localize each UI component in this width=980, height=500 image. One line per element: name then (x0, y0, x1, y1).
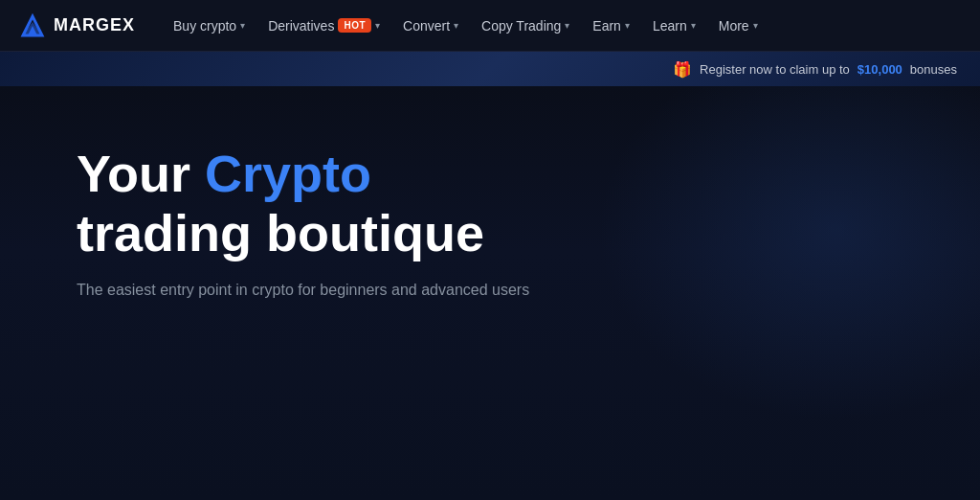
chevron-down-icon: ▾ (625, 20, 630, 31)
hero-title-highlight: Crypto (205, 145, 371, 202)
banner-amount: $10,000 (858, 62, 902, 77)
chevron-down-icon: ▾ (375, 20, 380, 31)
chevron-down-icon: ▾ (565, 20, 569, 31)
hero-section: Your Crypto trading boutique The easiest… (0, 86, 980, 500)
logo-icon (19, 12, 46, 39)
nav-label-convert: Convert (403, 18, 450, 34)
nav-label-derivatives: Derivatives (268, 18, 334, 34)
nav-label-earn: Earn (592, 18, 621, 34)
chevron-down-icon: ▾ (691, 20, 696, 31)
nav-label-buy-crypto: Buy crypto (173, 18, 236, 34)
gift-icon: 🎁 (673, 60, 692, 79)
nav-item-earn[interactable]: Earn ▾ (583, 12, 639, 39)
promo-banner[interactable]: 🎁 Register now to claim up to $10,000 bo… (0, 52, 980, 86)
nav-menu: Buy crypto ▾ Derivatives HOT ▾ Convert ▾… (164, 12, 961, 39)
nav-item-derivatives[interactable]: Derivatives HOT ▾ (258, 12, 390, 39)
hero-title-part2: trading boutique (77, 204, 484, 261)
nav-label-more: More (719, 18, 749, 34)
nav-item-convert[interactable]: Convert ▾ (393, 12, 468, 39)
hero-title: Your Crypto trading boutique (77, 144, 903, 262)
chevron-down-icon: ▾ (753, 20, 758, 31)
hot-badge: HOT (338, 18, 371, 33)
logo[interactable]: MARGEX (19, 12, 135, 39)
nav-item-copy-trading[interactable]: Copy Trading ▾ (472, 12, 579, 39)
nav-item-learn[interactable]: Learn ▾ (643, 12, 705, 39)
banner-bonus: bonuses (910, 62, 957, 77)
nav-item-buy-crypto[interactable]: Buy crypto ▾ (164, 12, 255, 39)
nav-label-learn: Learn (653, 18, 687, 34)
navbar: MARGEX Buy crypto ▾ Derivatives HOT ▾ Co… (0, 0, 980, 52)
chevron-down-icon: ▾ (454, 20, 458, 31)
hero-title-part1: Your (77, 145, 205, 202)
banner-text: Register now to claim up to (700, 62, 850, 77)
hero-subtitle: The easiest entry point in crypto for be… (77, 282, 555, 299)
nav-item-more[interactable]: More ▾ (709, 12, 768, 39)
logo-text: MARGEX (54, 15, 135, 35)
nav-label-copy-trading: Copy Trading (481, 18, 561, 34)
chevron-down-icon: ▾ (240, 20, 245, 31)
